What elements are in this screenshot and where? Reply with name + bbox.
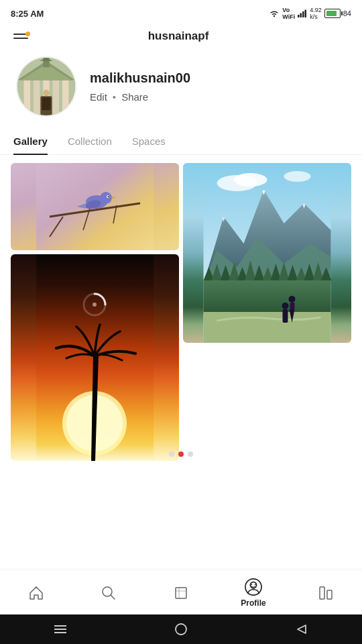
- svg-rect-10: [62, 80, 69, 115]
- svg-rect-6: [24, 80, 31, 115]
- svg-point-27: [108, 196, 109, 197]
- battery-pct: 84: [343, 9, 351, 17]
- svg-point-39: [234, 173, 267, 186]
- svg-rect-1: [298, 15, 300, 17]
- gallery-item-mountain[interactable]: [183, 163, 351, 343]
- sys-nav-menu[interactable]: [50, 619, 70, 639]
- menu-line-2: [13, 38, 28, 39]
- gallery-grid: [0, 155, 362, 469]
- gallery-wrapper: [0, 155, 362, 469]
- svg-line-69: [111, 595, 115, 599]
- svg-marker-83: [298, 625, 306, 633]
- svg-rect-16: [42, 97, 50, 110]
- nav-create[interactable]: [145, 584, 217, 602]
- dot-indicator: [169, 451, 193, 457]
- nav-profile[interactable]: Profile: [217, 578, 290, 608]
- dot-3: [188, 451, 193, 457]
- sys-nav-back[interactable]: [292, 619, 312, 639]
- mountain-image: [183, 163, 351, 343]
- profile-username: malikhusnain00: [90, 70, 346, 86]
- svg-rect-7: [34, 80, 40, 115]
- svg-point-75: [251, 584, 252, 585]
- svg-rect-46: [204, 280, 331, 314]
- notification-dot: [25, 32, 30, 36]
- share-button[interactable]: Share: [121, 91, 148, 103]
- svg-rect-66: [290, 303, 295, 309]
- svg-rect-2: [300, 13, 302, 18]
- search-icon: [100, 584, 117, 602]
- gallery-item-palm[interactable]: [11, 254, 179, 461]
- gallery-col-left: [11, 163, 179, 461]
- stats-icon: [317, 584, 335, 602]
- svg-rect-9: [53, 80, 60, 115]
- dot-1: [169, 451, 174, 457]
- dot-2: [178, 451, 184, 457]
- svg-point-0: [274, 15, 275, 17]
- avatar: [16, 56, 76, 117]
- home-icon: [27, 584, 45, 602]
- system-nav-bar: [0, 614, 362, 644]
- nav-search[interactable]: [72, 584, 145, 602]
- signal-icon: [298, 9, 307, 17]
- svg-point-64: [282, 303, 289, 309]
- nav-stats[interactable]: [290, 584, 362, 602]
- tab-gallery[interactable]: Gallery: [13, 130, 48, 155]
- network-label: VoWiFi: [282, 7, 295, 20]
- status-time: 8:25 AM: [11, 9, 44, 19]
- profile-section: malikhusnain00 Edit • Share: [0, 48, 362, 130]
- header-title: husnainapf: [148, 30, 209, 43]
- tab-spaces[interactable]: Spaces: [132, 130, 166, 155]
- header: husnainapf: [0, 24, 362, 48]
- status-icons: VoWiFi 4.92k/s 84: [269, 7, 351, 20]
- svg-rect-70: [176, 588, 186, 598]
- avatar-image: [17, 58, 75, 115]
- tab-collection[interactable]: Collection: [68, 130, 112, 155]
- profile-actions: Edit • Share: [90, 91, 346, 103]
- svg-point-67: [289, 296, 296, 303]
- svg-point-76: [255, 584, 256, 585]
- avatar-svg: [17, 56, 75, 117]
- svg-point-82: [176, 624, 186, 635]
- separator: •: [113, 91, 116, 103]
- svg-rect-77: [320, 587, 324, 599]
- nav-home[interactable]: [0, 584, 72, 602]
- edit-button[interactable]: Edit: [90, 91, 107, 103]
- svg-point-36: [93, 303, 97, 307]
- svg-rect-3: [302, 11, 304, 17]
- menu-button[interactable]: [13, 34, 28, 39]
- svg-point-17: [43, 90, 50, 97]
- crop-icon: [172, 584, 190, 602]
- svg-rect-4: [305, 10, 307, 18]
- profile-info: malikhusnain00 Edit • Share: [90, 70, 346, 103]
- svg-point-40: [284, 171, 311, 182]
- svg-rect-78: [327, 590, 332, 599]
- svg-rect-63: [283, 309, 288, 323]
- wifi-icon: [269, 9, 280, 17]
- battery-icon: [324, 9, 341, 18]
- gallery-item-bird[interactable]: [11, 163, 179, 250]
- svg-point-24: [100, 192, 112, 204]
- palm-image: [11, 254, 179, 461]
- status-bar: 8:25 AM VoWiFi 4.92k/s 84: [0, 0, 362, 24]
- bird-image: [11, 163, 179, 250]
- profile-nav-label: Profile: [241, 598, 265, 608]
- profile-nav-icon: [245, 578, 262, 596]
- data-speed: 4.92k/s: [310, 7, 322, 20]
- svg-rect-62: [204, 312, 331, 343]
- tabs-bar: Gallery Collection Spaces: [0, 130, 362, 155]
- sys-nav-home[interactable]: [171, 619, 191, 639]
- gallery-col-right: [183, 163, 351, 343]
- bottom-nav: Profile: [0, 569, 362, 614]
